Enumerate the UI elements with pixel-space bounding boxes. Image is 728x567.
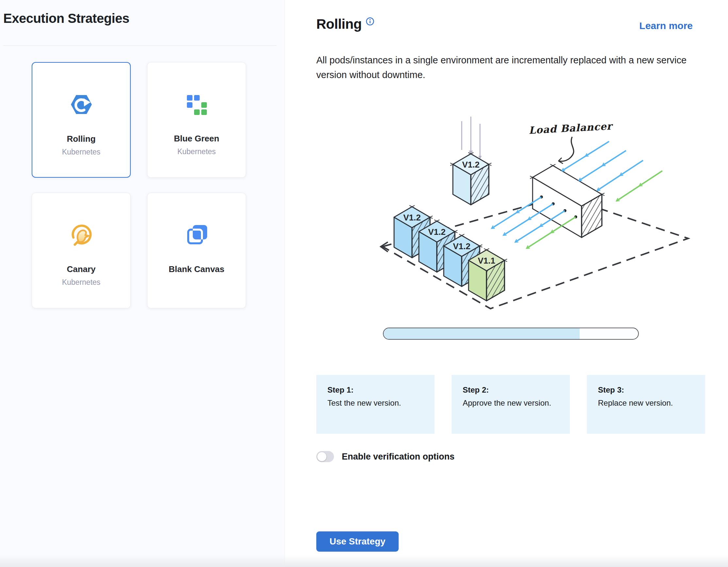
svg-text:Load Balancer: Load Balancer	[528, 120, 614, 136]
load-balancer-box	[533, 166, 602, 238]
detail-header: Rolling	[316, 16, 374, 32]
card-sublabel: Kubernetes	[62, 278, 101, 287]
strategy-detail-panel: Rolling Learn more All pods/instances in…	[285, 0, 728, 567]
blank-canvas-icon	[184, 223, 209, 247]
strategy-card-canary[interactable]: Canary Kubernetes	[32, 193, 131, 308]
card-label: Blank Canvas	[169, 264, 224, 275]
canary-icon	[69, 223, 94, 247]
execution-strategies-panel: Execution Strategies Rolling Kubernetes	[0, 0, 285, 567]
svg-text:V1.2: V1.2	[403, 213, 421, 223]
rolling-icon	[69, 92, 94, 117]
step-card-2: Step 2: Approve the new version.	[452, 375, 570, 434]
step-text: Test the new version.	[327, 398, 425, 408]
step-card-1: Step 1: Test the new version.	[316, 375, 435, 434]
step-title: Step 2:	[463, 385, 560, 394]
strategy-description: All pods/instances in a single environme…	[316, 53, 703, 82]
card-label: Canary	[67, 264, 95, 275]
use-strategy-button[interactable]: Use Strategy	[316, 531, 399, 552]
step-card-3: Step 3: Replace new version.	[587, 375, 705, 434]
verification-toggle-row: Enable verification options	[316, 451, 455, 462]
load-balancer-label: Load Balancer	[528, 120, 614, 164]
divider	[3, 45, 276, 46]
page-title: Execution Strategies	[3, 11, 129, 26]
verification-toggle[interactable]	[316, 451, 334, 462]
toggle-knob	[317, 452, 327, 461]
svg-text:V1.2: V1.2	[428, 227, 446, 237]
step-title: Step 1:	[327, 385, 425, 394]
info-icon[interactable]	[366, 17, 374, 27]
strategy-card-grid: Rolling Kubernetes Blue Green Kubernetes	[32, 62, 246, 308]
step-title: Step 3:	[598, 385, 695, 394]
svg-text:V1.2: V1.2	[462, 160, 480, 170]
rollout-progress-bar	[383, 327, 639, 340]
step-text: Approve the new version.	[463, 398, 560, 408]
verification-toggle-label: Enable verification options	[342, 452, 455, 462]
svg-text:V1.2: V1.2	[453, 242, 471, 251]
card-label: Rolling	[67, 134, 95, 144]
card-sublabel: Kubernetes	[177, 147, 216, 156]
blue-green-icon	[184, 92, 209, 117]
learn-more-link[interactable]: Learn more	[639, 20, 693, 31]
rollout-progress-fill	[384, 328, 580, 339]
strategy-card-blank-canvas[interactable]: Blank Canvas	[147, 193, 246, 308]
card-sublabel: Kubernetes	[62, 148, 101, 157]
strategy-card-rolling[interactable]: Rolling Kubernetes	[32, 62, 131, 178]
card-label: Blue Green	[174, 134, 219, 144]
rolling-strategy-illustration: Load Balancer V1.2 V1.2 V1.2 V1.2 V1.1	[360, 109, 719, 318]
step-text: Replace new version.	[598, 398, 695, 408]
detail-title: Rolling	[316, 16, 362, 32]
strategy-card-blue-green[interactable]: Blue Green Kubernetes	[147, 62, 246, 178]
strategy-steps: Step 1: Test the new version. Step 2: Ap…	[316, 375, 705, 434]
svg-text:V1.1: V1.1	[478, 256, 495, 266]
